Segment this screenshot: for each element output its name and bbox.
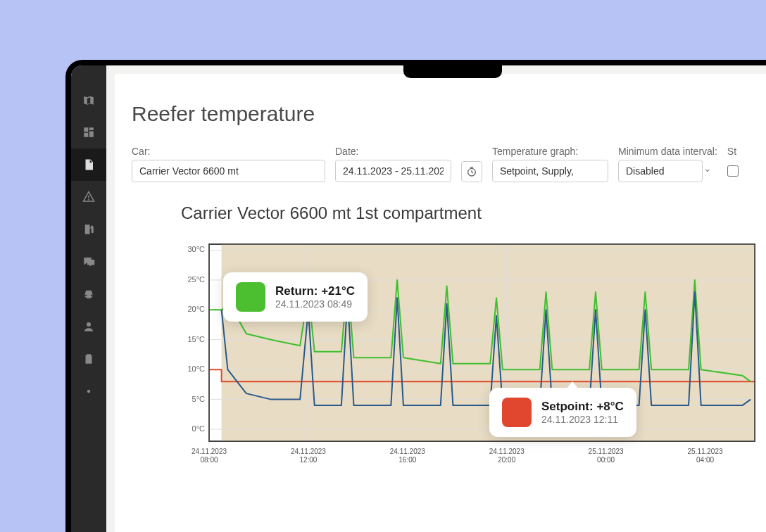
svg-text:24.11.2023: 24.11.2023	[291, 448, 326, 455]
tooltip-return: Return: +21°C 24.11.2023 08:49	[223, 272, 368, 322]
sidebar-item-reports[interactable]	[71, 148, 106, 181]
document-icon	[82, 158, 95, 171]
svg-text:08:00: 08:00	[200, 456, 218, 464]
svg-text:04:00: 04:00	[696, 456, 714, 464]
filter-car-label: Car:	[132, 146, 325, 157]
chart-container: 0°C5°C10°C15°C20°C25°C30°C24.11.202308:0…	[181, 237, 766, 469]
chart-title: Carrier Vector 6600 mt 1st compartment	[181, 203, 766, 223]
car-icon	[82, 288, 95, 300]
sidebar-item-settings[interactable]	[71, 375, 106, 407]
tooltip-setpoint-time: 24.11.2023 12:11	[541, 414, 624, 425]
app-screen: Reefer temperature Car: Date: Temperatur…	[71, 65, 766, 532]
chart-area: Carrier Vector 6600 mt 1st compartment 0…	[132, 203, 766, 469]
min-interval-select[interactable]: Disabled	[618, 160, 703, 182]
svg-text:25.11.2023: 25.11.2023	[688, 448, 723, 455]
svg-text:0°C: 0°C	[192, 424, 206, 433]
svg-text:20:00: 20:00	[498, 456, 515, 464]
svg-point-1	[87, 390, 91, 393]
filter-temp-graph: Temperature graph:	[492, 146, 608, 182]
sidebar-item-users[interactable]	[71, 310, 106, 343]
tooltip-return-label: Return: +21°C	[275, 284, 355, 298]
gear-icon	[82, 385, 95, 398]
tooltip-setpoint-label: Setpoint: +8°C	[541, 400, 624, 414]
svg-text:24.11.2023: 24.11.2023	[192, 448, 227, 455]
svg-text:24.11.2023: 24.11.2023	[390, 448, 425, 455]
svg-text:24.11.2023: 24.11.2023	[489, 448, 525, 455]
sidebar-item-alerts[interactable]	[71, 181, 106, 213]
svg-text:25.11.2023: 25.11.2023	[589, 448, 624, 455]
tooltip-tail	[567, 381, 578, 388]
svg-text:5°C: 5°C	[192, 395, 206, 403]
user-icon	[82, 320, 95, 333]
filter-st-label: St	[727, 146, 739, 157]
clipboard-icon	[82, 353, 95, 365]
car-input[interactable]	[132, 160, 325, 182]
sidebar-item-map[interactable]	[71, 84, 106, 116]
sidebar-item-fuel[interactable]	[71, 213, 106, 246]
filter-date-label: Date:	[335, 146, 451, 157]
main-content: Reefer temperature Car: Date: Temperatur…	[115, 74, 766, 532]
page-title: Reefer temperature	[132, 102, 766, 126]
svg-text:20°C: 20°C	[187, 305, 205, 313]
sidebar-item-vehicles[interactable]	[71, 278, 106, 310]
sidebar-item-planning[interactable]	[71, 343, 106, 375]
sidebar-item-dashboard[interactable]	[71, 116, 106, 148]
svg-text:16:00: 16:00	[398, 456, 416, 464]
fuel-icon	[82, 223, 95, 236]
sidebar	[71, 65, 106, 532]
filter-st: St	[727, 146, 739, 182]
svg-text:00:00: 00:00	[597, 456, 615, 464]
laptop-notch	[403, 60, 502, 78]
svg-text:10°C: 10°C	[187, 365, 205, 373]
st-checkbox[interactable]	[727, 165, 739, 177]
message-icon	[82, 255, 95, 268]
filter-tempg-label: Temperature graph:	[492, 146, 608, 157]
laptop-frame: Reefer temperature Car: Date: Temperatur…	[65, 60, 766, 532]
filter-car: Car:	[132, 146, 325, 182]
filter-row: Car: Date: Temperature graph: Minimum da…	[132, 146, 766, 182]
alert-icon	[82, 191, 95, 203]
tooltip-return-time: 24.11.2023 08:49	[275, 298, 355, 310]
svg-text:15°C: 15°C	[187, 335, 205, 343]
tooltip-setpoint: Setpoint: +8°C 24.11.2023 12:11	[489, 388, 636, 437]
svg-text:12:00: 12:00	[299, 456, 317, 464]
svg-point-0	[87, 322, 91, 327]
temp-graph-input[interactable]	[492, 160, 608, 182]
tooltip-return-swatch	[236, 282, 265, 312]
sidebar-item-messages[interactable]	[71, 246, 106, 278]
tooltip-setpoint-swatch	[502, 398, 532, 427]
filter-interval-label: Minimum data interval:	[618, 146, 717, 157]
date-input[interactable]	[335, 160, 451, 182]
svg-text:30°C: 30°C	[187, 245, 205, 253]
clock-button[interactable]	[461, 161, 482, 182]
clock-icon	[466, 166, 477, 177]
map-icon	[82, 94, 95, 106]
svg-text:25°C: 25°C	[187, 275, 205, 284]
filter-date: Date:	[335, 146, 451, 182]
dashboard-icon	[82, 126, 95, 139]
filter-min-interval: Minimum data interval: Disabled	[618, 146, 717, 182]
